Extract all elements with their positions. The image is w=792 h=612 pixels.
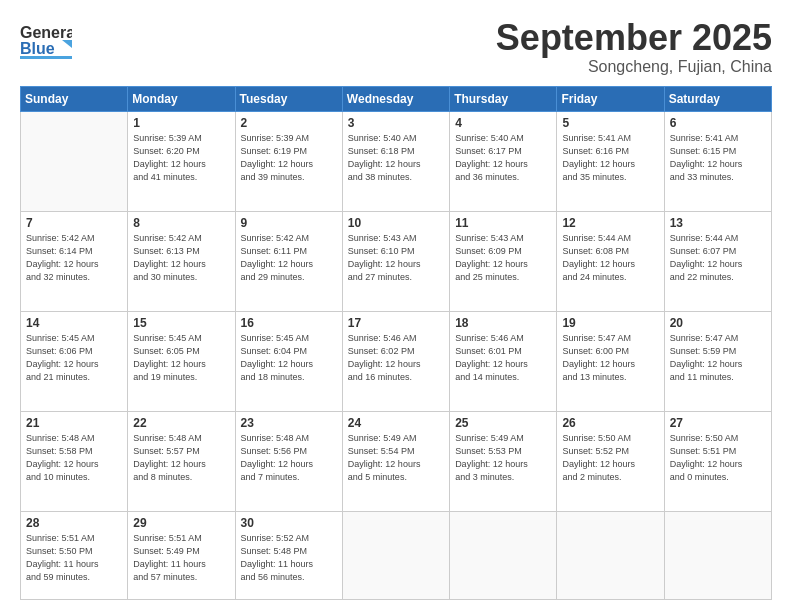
table-row: 4Sunrise: 5:40 AMSunset: 6:17 PMDaylight… <box>450 111 557 211</box>
table-row: 8Sunrise: 5:42 AMSunset: 6:13 PMDaylight… <box>128 211 235 311</box>
col-monday: Monday <box>128 86 235 111</box>
day-info: Sunrise: 5:40 AMSunset: 6:17 PMDaylight:… <box>455 132 551 184</box>
day-number: 13 <box>670 216 766 230</box>
day-info: Sunrise: 5:47 AMSunset: 6:00 PMDaylight:… <box>562 332 658 384</box>
table-row: 19Sunrise: 5:47 AMSunset: 6:00 PMDayligh… <box>557 311 664 411</box>
table-row <box>557 512 664 600</box>
table-row: 21Sunrise: 5:48 AMSunset: 5:58 PMDayligh… <box>21 412 128 512</box>
day-info: Sunrise: 5:43 AMSunset: 6:10 PMDaylight:… <box>348 232 444 284</box>
day-number: 25 <box>455 416 551 430</box>
table-row: 26Sunrise: 5:50 AMSunset: 5:52 PMDayligh… <box>557 412 664 512</box>
col-saturday: Saturday <box>664 86 771 111</box>
table-row: 30Sunrise: 5:52 AMSunset: 5:48 PMDayligh… <box>235 512 342 600</box>
table-row: 20Sunrise: 5:47 AMSunset: 5:59 PMDayligh… <box>664 311 771 411</box>
title-block: September 2025 Songcheng, Fujian, China <box>496 18 772 76</box>
calendar-header-row: Sunday Monday Tuesday Wednesday Thursday… <box>21 86 772 111</box>
day-info: Sunrise: 5:51 AMSunset: 5:50 PMDaylight:… <box>26 532 122 584</box>
day-number: 23 <box>241 416 337 430</box>
col-thursday: Thursday <box>450 86 557 111</box>
month-title: September 2025 <box>496 18 772 58</box>
day-number: 17 <box>348 316 444 330</box>
day-number: 6 <box>670 116 766 130</box>
day-info: Sunrise: 5:49 AMSunset: 5:54 PMDaylight:… <box>348 432 444 484</box>
table-row: 29Sunrise: 5:51 AMSunset: 5:49 PMDayligh… <box>128 512 235 600</box>
table-row: 23Sunrise: 5:48 AMSunset: 5:56 PMDayligh… <box>235 412 342 512</box>
day-number: 12 <box>562 216 658 230</box>
table-row <box>450 512 557 600</box>
day-info: Sunrise: 5:50 AMSunset: 5:52 PMDaylight:… <box>562 432 658 484</box>
col-sunday: Sunday <box>21 86 128 111</box>
day-info: Sunrise: 5:42 AMSunset: 6:14 PMDaylight:… <box>26 232 122 284</box>
table-row: 5Sunrise: 5:41 AMSunset: 6:16 PMDaylight… <box>557 111 664 211</box>
day-info: Sunrise: 5:49 AMSunset: 5:53 PMDaylight:… <box>455 432 551 484</box>
day-number: 30 <box>241 516 337 530</box>
day-number: 14 <box>26 316 122 330</box>
logo-icon: General Blue <box>20 18 72 62</box>
table-row: 17Sunrise: 5:46 AMSunset: 6:02 PMDayligh… <box>342 311 449 411</box>
day-number: 8 <box>133 216 229 230</box>
calendar-table: Sunday Monday Tuesday Wednesday Thursday… <box>20 86 772 600</box>
day-info: Sunrise: 5:45 AMSunset: 6:06 PMDaylight:… <box>26 332 122 384</box>
table-row: 28Sunrise: 5:51 AMSunset: 5:50 PMDayligh… <box>21 512 128 600</box>
table-row: 9Sunrise: 5:42 AMSunset: 6:11 PMDaylight… <box>235 211 342 311</box>
table-row: 27Sunrise: 5:50 AMSunset: 5:51 PMDayligh… <box>664 412 771 512</box>
day-info: Sunrise: 5:41 AMSunset: 6:16 PMDaylight:… <box>562 132 658 184</box>
svg-rect-3 <box>20 56 72 59</box>
table-row: 14Sunrise: 5:45 AMSunset: 6:06 PMDayligh… <box>21 311 128 411</box>
day-number: 11 <box>455 216 551 230</box>
table-row: 7Sunrise: 5:42 AMSunset: 6:14 PMDaylight… <box>21 211 128 311</box>
day-number: 26 <box>562 416 658 430</box>
svg-text:General: General <box>20 24 72 41</box>
table-row: 13Sunrise: 5:44 AMSunset: 6:07 PMDayligh… <box>664 211 771 311</box>
day-number: 22 <box>133 416 229 430</box>
table-row: 10Sunrise: 5:43 AMSunset: 6:10 PMDayligh… <box>342 211 449 311</box>
day-info: Sunrise: 5:52 AMSunset: 5:48 PMDaylight:… <box>241 532 337 584</box>
day-info: Sunrise: 5:50 AMSunset: 5:51 PMDaylight:… <box>670 432 766 484</box>
day-number: 24 <box>348 416 444 430</box>
day-info: Sunrise: 5:43 AMSunset: 6:09 PMDaylight:… <box>455 232 551 284</box>
table-row <box>21 111 128 211</box>
page: General Blue September 2025 Songcheng, F… <box>0 0 792 612</box>
day-info: Sunrise: 5:48 AMSunset: 5:58 PMDaylight:… <box>26 432 122 484</box>
day-info: Sunrise: 5:44 AMSunset: 6:07 PMDaylight:… <box>670 232 766 284</box>
day-number: 20 <box>670 316 766 330</box>
col-friday: Friday <box>557 86 664 111</box>
day-number: 19 <box>562 316 658 330</box>
svg-text:Blue: Blue <box>20 40 55 57</box>
day-info: Sunrise: 5:40 AMSunset: 6:18 PMDaylight:… <box>348 132 444 184</box>
table-row: 22Sunrise: 5:48 AMSunset: 5:57 PMDayligh… <box>128 412 235 512</box>
table-row <box>342 512 449 600</box>
day-number: 28 <box>26 516 122 530</box>
day-number: 10 <box>348 216 444 230</box>
day-number: 2 <box>241 116 337 130</box>
day-info: Sunrise: 5:41 AMSunset: 6:15 PMDaylight:… <box>670 132 766 184</box>
table-row: 25Sunrise: 5:49 AMSunset: 5:53 PMDayligh… <box>450 412 557 512</box>
day-info: Sunrise: 5:51 AMSunset: 5:49 PMDaylight:… <box>133 532 229 584</box>
logo: General Blue <box>20 18 72 62</box>
day-info: Sunrise: 5:46 AMSunset: 6:01 PMDaylight:… <box>455 332 551 384</box>
location-subtitle: Songcheng, Fujian, China <box>496 58 772 76</box>
table-row: 1Sunrise: 5:39 AMSunset: 6:20 PMDaylight… <box>128 111 235 211</box>
day-info: Sunrise: 5:42 AMSunset: 6:11 PMDaylight:… <box>241 232 337 284</box>
table-row: 6Sunrise: 5:41 AMSunset: 6:15 PMDaylight… <box>664 111 771 211</box>
table-row: 24Sunrise: 5:49 AMSunset: 5:54 PMDayligh… <box>342 412 449 512</box>
day-number: 16 <box>241 316 337 330</box>
day-info: Sunrise: 5:39 AMSunset: 6:19 PMDaylight:… <box>241 132 337 184</box>
table-row <box>664 512 771 600</box>
table-row: 11Sunrise: 5:43 AMSunset: 6:09 PMDayligh… <box>450 211 557 311</box>
svg-marker-2 <box>62 40 72 48</box>
day-number: 7 <box>26 216 122 230</box>
day-info: Sunrise: 5:48 AMSunset: 5:56 PMDaylight:… <box>241 432 337 484</box>
day-number: 27 <box>670 416 766 430</box>
day-info: Sunrise: 5:42 AMSunset: 6:13 PMDaylight:… <box>133 232 229 284</box>
col-tuesday: Tuesday <box>235 86 342 111</box>
day-info: Sunrise: 5:45 AMSunset: 6:04 PMDaylight:… <box>241 332 337 384</box>
day-number: 18 <box>455 316 551 330</box>
table-row: 12Sunrise: 5:44 AMSunset: 6:08 PMDayligh… <box>557 211 664 311</box>
day-number: 15 <box>133 316 229 330</box>
table-row: 16Sunrise: 5:45 AMSunset: 6:04 PMDayligh… <box>235 311 342 411</box>
day-number: 9 <box>241 216 337 230</box>
table-row: 18Sunrise: 5:46 AMSunset: 6:01 PMDayligh… <box>450 311 557 411</box>
day-number: 29 <box>133 516 229 530</box>
day-info: Sunrise: 5:48 AMSunset: 5:57 PMDaylight:… <box>133 432 229 484</box>
